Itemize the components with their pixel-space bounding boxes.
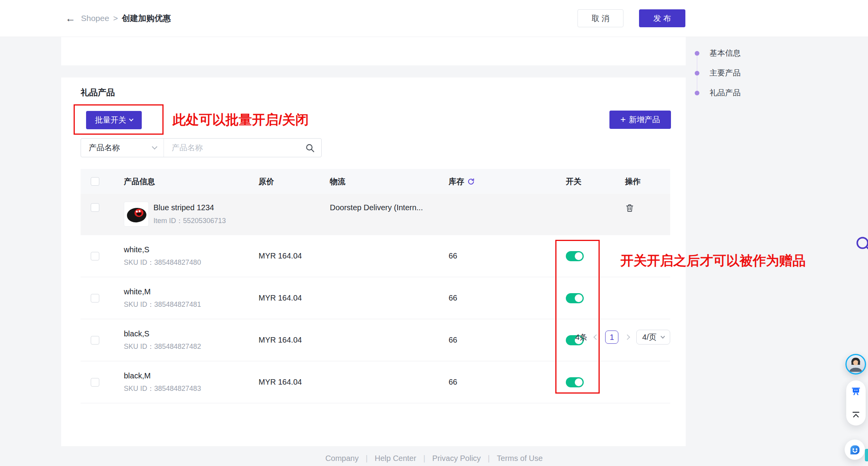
nav-bullet-icon <box>695 51 699 56</box>
column-stock: 库存 <box>440 176 552 187</box>
breadcrumb-shopee[interactable]: Shopee <box>81 14 109 23</box>
product-logistics: Doorstep Delivery (Intern... <box>322 194 440 212</box>
sku-stock: 66 <box>440 251 552 260</box>
page-number-button[interactable]: 1 <box>605 331 618 344</box>
sku-checkbox[interactable] <box>91 378 99 387</box>
footer: Company | Help Center | Privacy Policy |… <box>0 454 868 463</box>
gift-switch-toggle[interactable] <box>566 251 584 261</box>
sku-name: black,M <box>124 371 250 380</box>
gift-product-table: 产品信息 原价 物流 库存 开关 操作 Blu <box>81 169 670 403</box>
sku-id: SKU ID：385484827480 <box>124 258 250 267</box>
footer-link-terms-of-use[interactable]: Terms of Use <box>497 454 543 463</box>
search-icon[interactable] <box>305 143 315 153</box>
column-logistics: 物流 <box>322 176 440 187</box>
feedback-mascot-button[interactable] <box>845 440 865 460</box>
column-original-price: 原价 <box>250 176 322 187</box>
annotation-text-switch: 开关开启之后才可以被作为赠品 <box>620 252 806 270</box>
sku-name: white,M <box>124 287 250 296</box>
floating-action-capsule <box>846 380 866 426</box>
filter-type-select[interactable]: 产品名称 <box>81 139 164 157</box>
sku-price: MYR 164.04 <box>250 336 322 345</box>
column-action: 操作 <box>625 177 641 186</box>
sku-stock: 66 <box>440 294 552 302</box>
sku-stock: 66 <box>440 336 552 345</box>
gift-product-card: 礼品产品 批量开关 此处可以批量开启/关闭 + 新增产品 产品名称 产品信息 原… <box>61 77 686 446</box>
chevron-down-icon <box>129 117 133 121</box>
sku-checkbox[interactable] <box>91 336 99 345</box>
breadcrumb-separator: > <box>113 14 118 23</box>
anchor-nav-gift-product[interactable]: 礼品产品 <box>695 88 741 98</box>
product-name: Blue striped 1234 <box>153 203 226 212</box>
footer-link-privacy-policy[interactable]: Privacy Policy <box>432 454 481 463</box>
floating-search-icon[interactable] <box>854 235 868 255</box>
cancel-button[interactable]: 取 消 <box>577 9 623 27</box>
product-name-search-input[interactable] <box>164 139 305 157</box>
product-filter-group: 产品名称 <box>81 138 322 157</box>
page-title: 创建加购优惠 <box>122 13 171 24</box>
chevron-down-icon <box>152 144 157 149</box>
product-item-id: Item ID：55205306713 <box>153 216 226 225</box>
page-size-select[interactable]: 4/页 <box>636 330 670 345</box>
next-page-icon[interactable] <box>625 335 629 339</box>
table-row-product: Blue striped 1234 Item ID：55205306713 Do… <box>81 194 670 235</box>
pagination-total: 4条 <box>575 332 587 343</box>
footer-link-company[interactable]: Company <box>325 454 359 463</box>
feedback-board-icon[interactable] <box>851 386 861 396</box>
chevron-down-icon <box>660 334 665 338</box>
table-row-sku: black,M SKU ID：385484827483 MYR 164.04 6… <box>81 361 670 403</box>
sku-id: SKU ID：385484827482 <box>124 342 250 351</box>
delete-product-icon[interactable] <box>625 203 634 213</box>
annotation-text-batch: 此处可以批量开启/关闭 <box>173 111 308 129</box>
anchor-nav-main-product[interactable]: 主要产品 <box>695 68 741 78</box>
product-checkbox[interactable] <box>91 203 99 212</box>
back-to-top-icon[interactable] <box>851 410 861 420</box>
refresh-icon[interactable] <box>467 178 475 185</box>
nav-bullet-icon <box>695 71 699 76</box>
select-all-checkbox[interactable] <box>91 177 99 186</box>
customer-service-avatar[interactable] <box>845 354 866 375</box>
sku-name: black,S <box>124 329 250 338</box>
anchor-nav-basic-info[interactable]: 基本信息 <box>695 48 741 58</box>
pagination: 4条 1 4/页 <box>575 330 670 345</box>
section-title: 礼品产品 <box>81 87 115 98</box>
edge-widget-tab[interactable] <box>865 449 868 461</box>
sku-price: MYR 164.04 <box>250 378 322 387</box>
sku-price: MYR 164.04 <box>250 294 322 302</box>
publish-button[interactable]: 发 布 <box>639 9 685 27</box>
sku-name: white,S <box>124 245 250 254</box>
sku-id: SKU ID：385484827483 <box>124 384 250 393</box>
sku-checkbox[interactable] <box>91 252 99 260</box>
table-row-sku: white,S SKU ID：385484827480 MYR 164.04 6… <box>81 235 670 277</box>
table-header-row: 产品信息 原价 物流 库存 开关 操作 <box>81 169 670 194</box>
sku-id: SKU ID：385484827481 <box>124 300 250 309</box>
gift-switch-toggle[interactable] <box>566 377 584 387</box>
plus-icon: + <box>620 114 626 125</box>
table-row-sku: white,M SKU ID：385484827481 MYR 164.04 6… <box>81 277 670 319</box>
column-product-info: 产品信息 <box>116 176 250 187</box>
top-bar: ← Shopee > 创建加购优惠 取 消 发 布 <box>0 0 868 37</box>
column-switch: 开关 <box>566 177 581 186</box>
previous-section-card <box>61 37 686 65</box>
sku-stock: 66 <box>440 378 552 387</box>
sku-checkbox[interactable] <box>91 294 99 302</box>
add-product-button[interactable]: + 新增产品 <box>609 111 671 129</box>
nav-bullet-icon <box>695 91 699 95</box>
footer-link-help-center[interactable]: Help Center <box>375 454 416 463</box>
sku-price: MYR 164.04 <box>250 251 322 260</box>
gift-switch-toggle[interactable] <box>566 293 584 303</box>
back-arrow-icon[interactable]: ← <box>65 13 76 23</box>
batch-switch-button[interactable]: 批量开关 <box>86 111 142 129</box>
product-thumbnail <box>124 202 149 227</box>
prev-page-icon[interactable] <box>594 335 598 339</box>
